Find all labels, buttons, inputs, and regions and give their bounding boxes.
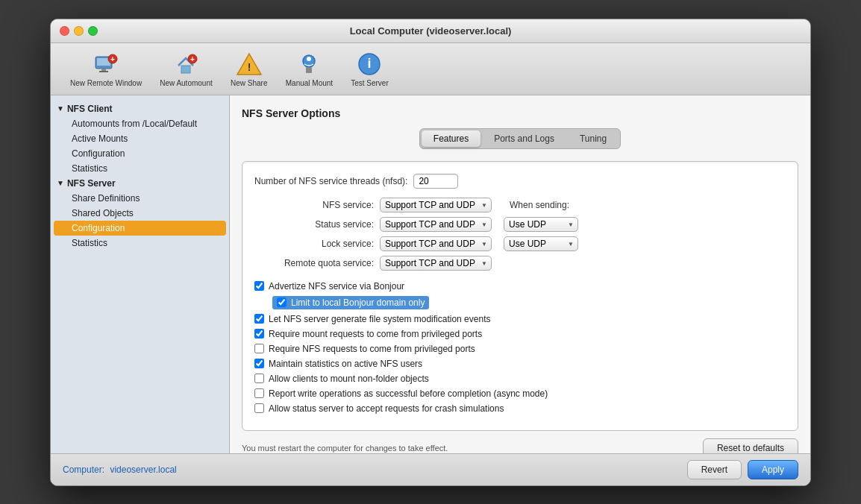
new-share-label: New Share: [231, 79, 267, 87]
tab-bar: Features Ports and Logs Tuning: [242, 128, 798, 149]
titlebar: Local Computer (videoserver.local): [51, 19, 810, 43]
checkbox-statistics[interactable]: Maintain statistics on active NFS users: [254, 359, 786, 369]
checkbox-privileged-nfs[interactable]: Require NFS requests to come from privil…: [254, 344, 786, 354]
lock-service-select[interactable]: Support TCP and UDP TCP only UDP only: [380, 236, 492, 251]
nfsd-threads-label: Number of NFS service threads (nfsd):: [254, 176, 407, 186]
lock-service-row: Lock service: Support TCP and UDP TCP on…: [254, 236, 786, 251]
status-service-label: Status service:: [254, 219, 374, 230]
sidebar-item-config-client[interactable]: Configuration: [51, 146, 229, 161]
nfsd-threads-row: Number of NFS service threads (nfsd):: [254, 174, 786, 189]
nfs-server-label: NFS Server: [67, 178, 116, 189]
minimize-button[interactable]: [74, 26, 84, 36]
test-server-icon: i: [356, 51, 383, 78]
svg-rect-13: [306, 67, 312, 73]
lock-service-select-wrapper: Support TCP and UDP TCP only UDP only: [380, 236, 492, 251]
footer-bar: Computer: videoserver.local Revert Apply: [51, 453, 810, 485]
tab-features[interactable]: Features: [422, 130, 480, 147]
tab-group: Features Ports and Logs Tuning: [419, 128, 621, 149]
sidebar-item-active-mounts[interactable]: Active Mounts: [51, 131, 229, 146]
lock-sending-select-wrapper: Use UDP Use TCP: [504, 236, 578, 251]
checkbox-crash-sim[interactable]: Allow status server to accept requests f…: [254, 403, 786, 414]
nfs-client-arrow: ▼: [57, 104, 64, 113]
checkbox-advertize-bonjour[interactable]: Advertize NFS service via Bonjour: [254, 281, 786, 292]
svg-text:+: +: [191, 55, 195, 63]
when-sending-label: When sending:: [510, 200, 569, 210]
svg-text:+: +: [110, 55, 115, 63]
sidebar-item-stats-server[interactable]: Statistics: [51, 236, 229, 251]
new-share-button[interactable]: ! New Share: [223, 48, 275, 90]
checkbox-non-folder[interactable]: Allow clients to mount non-folder object…: [254, 374, 786, 384]
status-sending-select[interactable]: Use UDP Use TCP: [504, 217, 578, 232]
nfs-client-header[interactable]: ▼ NFS Client: [51, 101, 229, 116]
new-automount-label: New Automount: [160, 79, 213, 87]
lock-service-label: Lock service:: [254, 239, 374, 249]
nfsd-threads-input[interactable]: [413, 174, 458, 189]
checkbox-async-mode[interactable]: Report write operations as successful be…: [254, 388, 786, 399]
test-server-button[interactable]: i Test Server: [343, 48, 396, 90]
nfs-server-arrow: ▼: [57, 179, 64, 187]
status-service-select-wrapper: Support TCP and UDP TCP only UDP only: [380, 217, 492, 232]
manual-mount-icon: [295, 51, 322, 78]
traffic-lights: [60, 26, 98, 36]
status-area: You must restart the computer for change…: [242, 431, 798, 453]
remote-quota-select[interactable]: Support TCP and UDP TCP only UDP only: [380, 256, 492, 271]
nfs-server-header[interactable]: ▼ NFS Server: [51, 176, 229, 191]
sidebar-item-share-defs[interactable]: Share Definitions: [51, 191, 229, 206]
apply-button[interactable]: Apply: [748, 460, 798, 479]
footer-computer-info: Computer: videoserver.local: [63, 464, 177, 475]
revert-button[interactable]: Revert: [687, 460, 742, 479]
content-area: ▼ NFS Client Automounts from /Local/Defa…: [51, 95, 810, 453]
footer-buttons: Revert Apply: [687, 460, 798, 479]
manual-mount-button[interactable]: Manual Mount: [278, 48, 340, 90]
reset-defaults-button[interactable]: Reset to defaults: [703, 438, 798, 453]
footer-computer-name: videoserver.local: [110, 464, 176, 475]
lock-sending-select[interactable]: Use UDP Use TCP: [504, 236, 578, 251]
nfs-client-label: NFS Client: [67, 104, 113, 114]
svg-point-12: [307, 57, 311, 61]
checkbox-privileged-mount[interactable]: Require mount requests to come from priv…: [254, 329, 786, 339]
close-button[interactable]: [60, 26, 69, 36]
svg-text:i: i: [368, 56, 372, 71]
checkbox-limit-bonjour[interactable]: Limit to local Bonjour domain only: [254, 296, 786, 309]
svg-rect-6: [181, 66, 190, 73]
tab-ports-logs[interactable]: Ports and Logs: [482, 130, 566, 147]
status-service-row: Status service: Support TCP and UDP TCP …: [254, 217, 786, 232]
nfs-service-select-wrapper: Support TCP and UDP TCP only UDP only: [380, 198, 492, 212]
checkbox-fs-events[interactable]: Let NFS server generate file system modi…: [254, 314, 786, 324]
svg-text:!: !: [247, 61, 251, 73]
sidebar: ▼ NFS Client Automounts from /Local/Defa…: [51, 95, 230, 453]
status-service-select[interactable]: Support TCP and UDP TCP only UDP only: [380, 217, 492, 232]
sidebar-item-config-server[interactable]: Configuration: [54, 221, 226, 236]
main-content: NFS Server Options Features Ports and Lo…: [230, 95, 810, 453]
remote-quota-select-wrapper: Support TCP and UDP TCP only UDP only: [380, 256, 492, 271]
new-share-icon: !: [236, 51, 263, 78]
main-window: Local Computer (videoserver.local) + New…: [50, 19, 811, 486]
nfs-service-select[interactable]: Support TCP and UDP TCP only UDP only: [380, 198, 492, 212]
sidebar-item-automounts[interactable]: Automounts from /Local/Default: [51, 116, 229, 131]
new-automount-icon: +: [172, 51, 199, 78]
new-remote-window-label: New Remote Window: [70, 79, 142, 87]
status-note: You must restart the computer for change…: [242, 444, 448, 453]
toolbar: + New Remote Window + New Automount: [51, 43, 810, 95]
nfs-service-row: NFS service: Support TCP and UDP TCP onl…: [254, 198, 786, 212]
window-title: Local Computer (videoserver.local): [350, 25, 512, 37]
tab-tuning[interactable]: Tuning: [568, 130, 619, 147]
remote-quota-row: Remote quota service: Support TCP and UD…: [254, 256, 786, 271]
new-remote-window-button[interactable]: + New Remote Window: [63, 48, 149, 90]
nfs-service-label: NFS service:: [254, 200, 374, 210]
sidebar-item-stats-client[interactable]: Statistics: [51, 161, 229, 176]
options-panel: Number of NFS service threads (nfsd): NF…: [242, 161, 798, 431]
svg-rect-3: [99, 71, 108, 72]
status-sending-select-wrapper: Use UDP Use TCP: [504, 217, 578, 232]
test-server-label: Test Server: [351, 79, 389, 87]
new-automount-button[interactable]: + New Automount: [152, 48, 220, 90]
remote-quota-label: Remote quota service:: [254, 258, 374, 268]
new-remote-window-icon: +: [93, 51, 119, 78]
section-title: NFS Server Options: [242, 107, 798, 119]
manual-mount-label: Manual Mount: [286, 79, 333, 87]
sidebar-item-shared-objects[interactable]: Shared Objects: [51, 206, 229, 221]
svg-rect-2: [101, 69, 106, 71]
maximize-button[interactable]: [88, 26, 98, 36]
